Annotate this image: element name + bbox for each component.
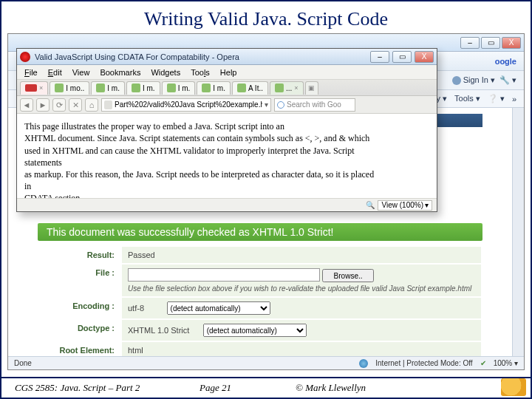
ucf-logo [501,378,526,396]
chevron-down-icon: ▾ [425,201,429,209]
cmd-more[interactable]: » [512,95,516,103]
encoding-label: Encoding : [39,298,120,318]
help-menu[interactable]: ❔ ▾ [488,94,505,103]
tab-2[interactable]: I m. [91,81,125,95]
tab-close-icon[interactable]: × [294,84,298,92]
signin-link[interactable]: Sign In ▾ [452,75,495,85]
tab-5[interactable]: I m. [197,81,231,95]
tab-4[interactable]: I m. [162,81,196,95]
tab-label: ... [286,84,292,92]
opera-addrbar: ◄ ► ⟳ ⨯ ⌂ Part%202/valid%20Java Script%2… [17,96,437,114]
search-icon [277,101,284,109]
reload-button[interactable]: ⟳ [52,98,66,112]
opera-close-button[interactable]: X [415,51,434,63]
zoom-label: View (100%) [381,201,423,209]
page-icon [104,100,112,109]
ie-max-button[interactable]: ▭ [481,37,500,49]
footer-left: CGS 2585: Java. Script – Part 2 [1,382,186,394]
file-note: Use the file selection box above if you … [128,284,475,293]
tab-6[interactable]: A It.. [232,81,268,95]
menu-widgets[interactable]: Widgets [146,66,185,78]
footer-copyright: © Mark Llewellyn [282,382,379,394]
ie-scrollbar[interactable] [512,108,524,356]
opera-window: Valid JavaScript Using CDATA For Compata… [16,48,437,212]
menu-help[interactable]: Help [216,66,242,78]
opera-page-content: This page illustrates the proper way to … [17,114,437,198]
validator-success-banner: This document was successfully checked a… [38,223,482,241]
zone-text: Internet | Protected Mode: Off [375,359,472,367]
dropdown-icon[interactable]: ▾ [265,100,268,109]
opera-menubar: FFileile Edit View Bookmarks Widgets Too… [17,65,437,80]
page-line: This page illustrates the proper way to … [24,120,429,132]
zoom-control[interactable]: 100% ▾ [494,359,518,367]
slide-footer: CGS 2585: Java. Script – Part 2 Page 21 … [1,377,531,398]
opera-titlebar: Valid JavaScript Using CDATA For Compata… [17,49,437,65]
encoding-select[interactable]: (detect automatically) [167,301,270,315]
zoom-dropdown[interactable]: View (100%)▾ [378,200,432,211]
slide-title: Writing Valid Java. Script Code [1,1,531,33]
user-icon [452,76,461,85]
opera-statusbar: 🔍 View (100%)▾ [17,198,437,211]
doc-icon [237,83,246,92]
tab-3[interactable]: I m. [126,81,160,95]
status-done: Done [14,359,32,367]
home-button[interactable]: ⌂ [85,98,98,112]
tab-label: I mo.. [66,84,84,92]
doc-icon [275,83,284,92]
tab-label: I m. [213,84,225,92]
search-field[interactable]: Search with Goo [274,98,355,112]
back-button[interactable]: ◄ [20,98,33,112]
opera-title: Valid JavaScript Using CDATA For Compata… [33,52,367,61]
cnn-icon [25,84,37,92]
doctype-label: Doctype : [39,320,120,341]
stop-button[interactable]: ⨯ [69,98,82,112]
tab-cnn[interactable]: × [20,81,48,95]
page-line: XHTML document. Since Java. Script state… [24,132,429,144]
validator-table: Result: Passed File : Use the file selec… [38,245,482,360]
google-logo[interactable]: oogle [495,57,516,66]
opera-max-button[interactable]: ▭ [392,51,412,63]
signin-label: Sign In ▾ [463,75,495,85]
doc-icon [132,83,140,92]
menu-bookmarks[interactable]: Bookmarks [95,66,145,78]
tab-label: I m. [178,84,191,92]
tab-close-icon[interactable]: × [39,84,43,92]
address-field[interactable]: Part%202/valid%20Java Script%20example.h… [101,98,271,112]
ie-min-button[interactable]: – [460,37,480,49]
result-label: Result: [39,247,120,263]
address-text: Part%202/valid%20Java Script%20example.h… [115,100,262,109]
doc-icon [96,83,105,92]
tab-1[interactable]: I mo.. [50,81,89,95]
doc-icon [167,83,176,92]
menu-tools[interactable]: Tools [186,66,214,78]
doctype-select[interactable]: (detect automatically) [203,324,307,337]
browse-button[interactable] [322,269,374,282]
page-line: as markup. For this reason, the Java. Sc… [24,168,429,180]
file-input[interactable] [128,268,320,282]
stage: – ▭ X oogle wiki ▾ Check ▾ » Sign In ▾ 🔧… [1,33,531,370]
doc-icon [55,83,64,92]
tab-label: A It.. [248,84,263,92]
menu-file[interactable]: FFileile [20,66,42,78]
page-line: CDATA section. [24,192,429,198]
tab-more[interactable]: ...× [270,81,304,95]
doctype-value: XHTML 1.0 Strict [128,326,189,335]
page-line: in [24,180,429,192]
menu-view[interactable]: View [68,66,95,78]
magnify-icon: 🔍 [366,201,375,209]
result-value: Passed [122,247,481,263]
opera-min-button[interactable]: – [370,51,389,63]
trust-icon: ✔ [480,359,486,367]
tab-label: I m. [107,84,120,92]
ie-close-button[interactable]: X [502,37,521,49]
page-line: used in XHTML and can cause the XHTML va… [24,145,429,157]
internet-zone-icon [359,359,368,368]
plus-icon: ▣ [308,84,315,92]
search-placeholder: Search with Goo [287,100,341,109]
opera-icon [20,52,30,62]
wrench-link[interactable]: 🔧 ▾ [499,75,516,85]
forward-button[interactable]: ► [36,98,50,112]
menu-edit[interactable]: Edit [44,66,66,78]
tools-menu[interactable]: Tools ▾ [454,94,480,103]
tab-new[interactable]: ▣ [305,81,318,95]
